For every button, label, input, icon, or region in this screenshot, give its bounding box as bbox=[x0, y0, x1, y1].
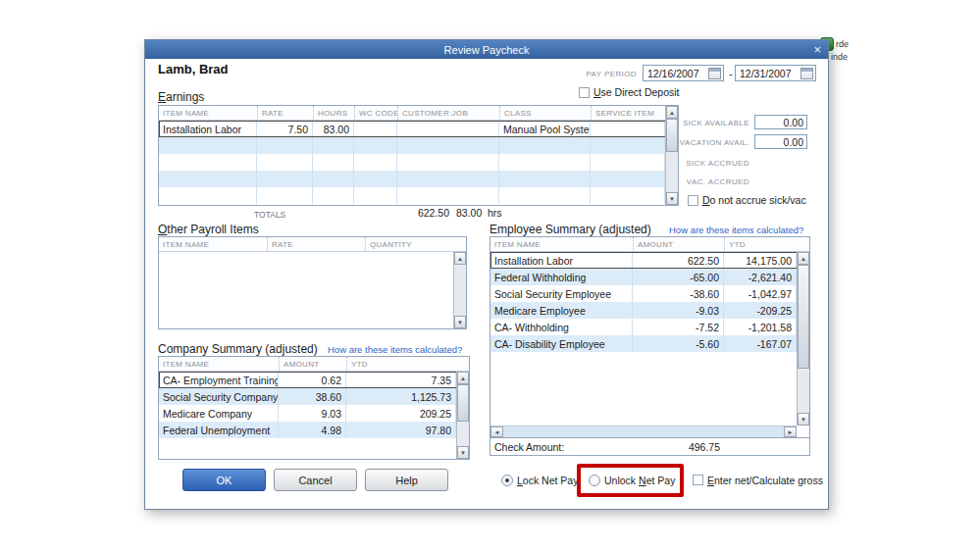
employee-summary-row[interactable]: Social Security Employee -38.60 -1,042.9… bbox=[490, 285, 809, 302]
scroll-right-icon[interactable]: ► bbox=[784, 426, 797, 437]
cell-amount: -65.00 bbox=[633, 269, 724, 285]
pay-period-label: PAY PERIOD bbox=[567, 70, 637, 78]
pay-period-start-field[interactable]: 12/16/2007 bbox=[643, 65, 724, 81]
vac-accrued-label: VAC. ACCRUED bbox=[655, 177, 749, 186]
cell-item-name: Federal Withholding bbox=[490, 269, 633, 285]
scrollbar-track[interactable] bbox=[454, 265, 466, 316]
cell-rate: 7.50 bbox=[257, 121, 313, 137]
company-summary-table: ITEM NAME AMOUNT YTD CA- Employment Trai… bbox=[158, 356, 470, 460]
cell-ytd: -209.25 bbox=[724, 302, 797, 319]
employee-summary-row[interactable]: CA- Disability Employee -5.60 -167.07 bbox=[490, 335, 809, 352]
check-amount-row: Check Amount: 496.75 bbox=[490, 437, 809, 455]
scrollbar-track[interactable] bbox=[457, 384, 469, 446]
company-summary-row[interactable]: Medicare Company 9.03 209.25 bbox=[159, 405, 469, 422]
calendar-icon[interactable] bbox=[800, 68, 813, 79]
employee-summary-row-selected[interactable]: Installation Labor 622.50 14,175.00 bbox=[490, 252, 809, 269]
earnings-totals-label: TOTALS bbox=[254, 210, 285, 220]
cell-wc-code bbox=[354, 121, 397, 137]
cell-amount: -5.60 bbox=[633, 335, 724, 352]
column-header: WC CODE bbox=[354, 106, 397, 120]
cancel-button[interactable]: Cancel bbox=[274, 469, 357, 491]
column-header: CLASS bbox=[499, 106, 591, 120]
cell-ytd: -2,621.40 bbox=[724, 269, 797, 285]
pay-period-end-field[interactable]: 12/31/2007 bbox=[735, 65, 816, 81]
employee-summary-row[interactable]: CA- Withholding -7.52 -1,201.58 bbox=[490, 319, 809, 335]
cell-item-name: CA- Withholding bbox=[490, 319, 633, 335]
scrollbar-thumb[interactable] bbox=[798, 265, 809, 369]
other-payroll-items-title: Other Payroll Items bbox=[158, 223, 259, 236]
cell-item-name: Installation Labor bbox=[490, 252, 633, 269]
earnings-empty-row[interactable] bbox=[159, 137, 678, 154]
earnings-row-selected[interactable]: Installation Labor 7.50 83.00 Manual Poo… bbox=[159, 121, 678, 137]
earnings-empty-row[interactable] bbox=[159, 154, 678, 171]
column-header: YTD bbox=[724, 237, 797, 251]
enter-net-checkbox[interactable] bbox=[693, 475, 703, 485]
cell-ytd: 14,175.00 bbox=[724, 252, 797, 269]
cell-ytd: 1,125.73 bbox=[346, 388, 456, 405]
column-header: CUSTOMER:JOB bbox=[397, 106, 499, 120]
calendar-icon[interactable] bbox=[708, 68, 721, 79]
employee-summary-help-link[interactable]: How are these items calculated? bbox=[669, 225, 803, 235]
company-summary-help-link[interactable]: How are these items calculated? bbox=[328, 344, 462, 355]
unlock-net-pay-radio[interactable] bbox=[589, 475, 600, 486]
earnings-title: Earnings bbox=[158, 90, 204, 104]
cell-amount: 9.03 bbox=[279, 405, 346, 422]
cell-ytd: 7.35 bbox=[346, 372, 456, 388]
unlock-net-pay-label: Unlock Net Pay bbox=[604, 475, 675, 486]
ok-button[interactable]: OK bbox=[182, 469, 266, 491]
use-direct-deposit-checkbox[interactable] bbox=[579, 87, 590, 98]
company-summary-vertical-scrollbar[interactable]: ▲ ▼ bbox=[456, 372, 469, 459]
cell-item-name: Federal Unemployment bbox=[159, 422, 279, 438]
cell-ytd: 209.25 bbox=[346, 405, 456, 422]
cell-item-name: Installation Labor bbox=[159, 121, 257, 137]
cell-ytd: -167.07 bbox=[724, 335, 797, 352]
company-summary-row[interactable]: Social Security Company 38.60 1,125.73 bbox=[159, 388, 469, 405]
column-header: ITEM NAME bbox=[159, 357, 279, 371]
cell-amount: 4.98 bbox=[279, 422, 346, 438]
employee-summary-row[interactable]: Federal Withholding -65.00 -2,621.40 bbox=[490, 269, 809, 285]
do-not-accrue-checkbox[interactable] bbox=[688, 195, 698, 206]
column-header: AMOUNT bbox=[633, 237, 724, 251]
column-header: YTD bbox=[346, 357, 456, 371]
other-payroll-vertical-scrollbar[interactable]: ▲ ▼ bbox=[453, 252, 466, 328]
scroll-down-icon[interactable]: ▼ bbox=[666, 192, 678, 205]
employee-summary-title: Employee Summary (adjusted) bbox=[490, 223, 651, 236]
cell-class: Manual Pool Syste... bbox=[499, 121, 591, 137]
earnings-empty-row[interactable] bbox=[159, 187, 678, 204]
earnings-totals-hours: 83.00 bbox=[456, 207, 482, 219]
scrollbar-track[interactable] bbox=[798, 265, 809, 413]
scroll-up-icon[interactable]: ▲ bbox=[454, 252, 466, 265]
company-summary-title: Company Summary (adjusted) bbox=[158, 342, 318, 356]
do-not-accrue-label: Do not accrue sick/vac bbox=[702, 194, 806, 206]
scroll-up-icon[interactable]: ▲ bbox=[457, 372, 469, 384]
company-summary-row-selected[interactable]: CA- Employment Training ... 0.62 7.35 bbox=[159, 372, 469, 388]
scroll-down-icon[interactable]: ▼ bbox=[454, 316, 466, 328]
close-icon[interactable]: × bbox=[813, 40, 821, 59]
scroll-up-icon[interactable]: ▲ bbox=[798, 252, 809, 265]
employee-summary-horizontal-scrollbar[interactable]: ◄ ► bbox=[490, 426, 797, 437]
cell-amount: -9.03 bbox=[633, 302, 724, 319]
employee-summary-vertical-scrollbar[interactable]: ▲ ▼ bbox=[797, 252, 809, 426]
scroll-up-icon[interactable]: ▲ bbox=[666, 106, 678, 119]
help-button[interactable]: Help bbox=[365, 469, 448, 491]
scrollbar-thumb[interactable] bbox=[457, 384, 469, 422]
employee-summary-row[interactable]: Medicare Employee -9.03 -209.25 bbox=[490, 302, 809, 319]
lock-net-pay-radio[interactable] bbox=[501, 475, 513, 486]
cell-ytd: 97.80 bbox=[346, 422, 456, 438]
cell-amount: 622.50 bbox=[633, 252, 724, 269]
earnings-empty-row[interactable] bbox=[159, 171, 678, 187]
dialog-titlebar[interactable]: Review Paycheck × bbox=[145, 40, 828, 59]
sick-available-label: SICK AVAILABLE bbox=[655, 119, 749, 127]
vacation-avail-field[interactable]: 0.00 bbox=[754, 134, 807, 149]
scroll-left-icon[interactable]: ◄ bbox=[490, 426, 503, 437]
sick-available-field[interactable]: 0.00 bbox=[754, 115, 807, 129]
lock-net-pay-label: Lock Net Pay bbox=[517, 475, 578, 486]
earnings-table: ITEM NAME RATE HOURS WC CODE CUSTOMER:JO… bbox=[158, 105, 679, 206]
cell-amount: 0.62 bbox=[279, 372, 346, 388]
column-header: RATE bbox=[267, 237, 365, 251]
company-summary-row[interactable]: Federal Unemployment 4.98 97.80 bbox=[159, 422, 469, 438]
other-payroll-header-row: ITEM NAME RATE QUANTITY bbox=[159, 237, 466, 252]
cell-item-name: CA- Disability Employee bbox=[490, 335, 633, 352]
scroll-down-icon[interactable]: ▼ bbox=[457, 446, 469, 459]
scroll-down-icon[interactable]: ▼ bbox=[798, 413, 809, 426]
